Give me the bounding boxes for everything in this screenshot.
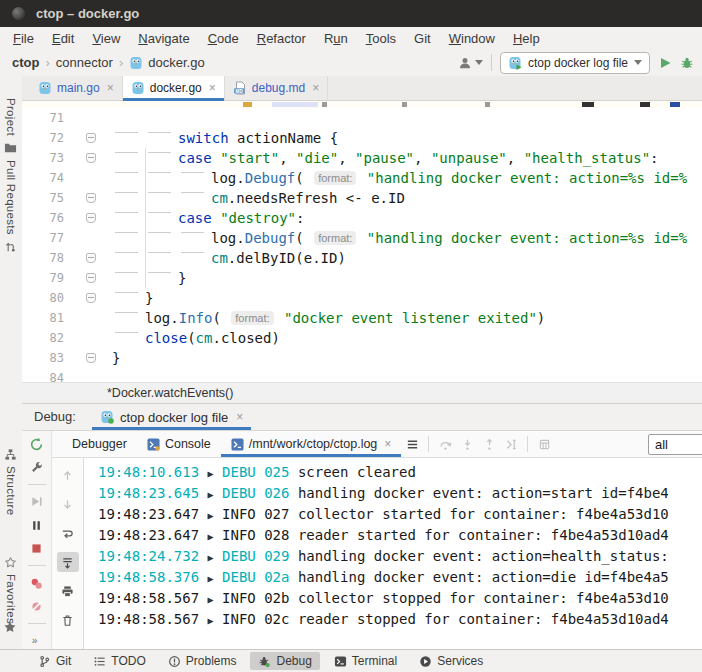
menu-window[interactable]: Window xyxy=(440,29,504,48)
line-number[interactable]: 78 xyxy=(22,248,64,268)
close-icon[interactable]: × xyxy=(209,81,216,95)
code-line-77[interactable]: 77log.Debugf( format: "handling docker e… xyxy=(22,228,702,248)
code-text[interactable]: log.Debugf( format: "handling docker eve… xyxy=(112,228,702,248)
breadcrumb-item-docker-go[interactable]: docker.go xyxy=(129,55,204,70)
more-actions-button[interactable]: » xyxy=(26,633,48,649)
step-into-button[interactable] xyxy=(456,434,478,454)
stop-process-button[interactable] xyxy=(26,540,48,556)
line-number[interactable]: 72 xyxy=(22,128,64,148)
close-icon[interactable]: × xyxy=(107,81,114,95)
code-line-83[interactable]: 83} xyxy=(22,348,702,368)
fold-marker-icon[interactable] xyxy=(86,193,96,203)
code-line-82[interactable]: 82close(cm.closed) xyxy=(22,328,702,348)
close-icon[interactable]: × xyxy=(236,410,243,424)
line-number[interactable]: 75 xyxy=(22,188,64,208)
fold-marker-icon[interactable] xyxy=(86,273,96,283)
line-number[interactable]: 83 xyxy=(22,348,64,368)
close-icon[interactable]: × xyxy=(312,81,319,95)
print-button[interactable] xyxy=(57,581,79,601)
close-icon[interactable]: × xyxy=(384,437,391,451)
code-text[interactable]: log.Info( format: "docker event listener… xyxy=(112,308,702,328)
line-number[interactable]: 77 xyxy=(22,228,64,248)
mute-breakpoints-button[interactable] xyxy=(26,598,48,614)
fold-marker-icon[interactable] xyxy=(86,153,96,163)
code-line-71[interactable]: 71 xyxy=(22,108,702,128)
debug-view-tab--mnt-work-ctop-ctop-log[interactable]: /mnt/work/ctop/ctop.log× xyxy=(221,431,402,457)
tool-stripe-favorites[interactable]: Favorites xyxy=(0,556,21,624)
clear-all-button[interactable] xyxy=(57,610,79,630)
line-number[interactable]: 76 xyxy=(22,208,64,228)
statusbar-item-problems[interactable]: Problems xyxy=(160,652,245,670)
menu-navigate[interactable]: Navigate xyxy=(129,29,198,48)
menu-code[interactable]: Code xyxy=(199,29,248,48)
tool-stripe-structure[interactable]: Structure xyxy=(0,448,21,515)
statusbar-item-terminal[interactable]: Terminal xyxy=(326,652,405,670)
code-text[interactable]: case "start", "die", "pause", "unpause",… xyxy=(112,148,702,168)
next-occurrence-button[interactable] xyxy=(57,494,79,514)
code-line-81[interactable]: 81log.Info( format: "docker event listen… xyxy=(22,308,702,328)
line-number[interactable]: 74 xyxy=(22,168,64,188)
run-to-cursor-button[interactable] xyxy=(500,434,522,454)
breadcrumb-item-ctop[interactable]: ctop xyxy=(12,55,39,70)
code-line-84[interactable]: 84 xyxy=(22,368,702,382)
debug-view-tab-debugger[interactable]: Debugger xyxy=(62,431,137,457)
run-button[interactable] xyxy=(658,56,672,70)
menu-git[interactable]: Git xyxy=(405,29,440,48)
tool-stripe-project[interactable]: Project xyxy=(0,98,21,154)
step-out-button[interactable] xyxy=(478,434,500,454)
soft-wrap-button[interactable] xyxy=(57,523,79,543)
code-line-76[interactable]: 76case "destroy": xyxy=(22,208,702,228)
statusbar-item-git[interactable]: Git xyxy=(30,652,79,670)
vcs-user-button[interactable] xyxy=(458,56,483,70)
line-number[interactable]: 80 xyxy=(22,288,64,308)
menu-edit[interactable]: Edit xyxy=(43,29,83,48)
log-line-02c[interactable]: 19:48:58.567 ▶ INFO 02c reader stopped f… xyxy=(98,609,702,630)
menu-file[interactable]: File xyxy=(4,29,43,48)
breadcrumb-item-connector[interactable]: connector xyxy=(56,55,113,70)
code-text[interactable]: close(cm.closed) xyxy=(112,328,702,348)
menu-refactor[interactable]: Refactor xyxy=(248,29,315,48)
code-text[interactable] xyxy=(112,108,702,128)
log-line-027[interactable]: 19:48:23.647 ▶ INFO 027 collector starte… xyxy=(98,504,702,525)
rerun-debugger-button[interactable] xyxy=(26,436,48,452)
layout-settings-button[interactable] xyxy=(401,434,423,454)
log-line-029[interactable]: 19:48:24.732 ▶ DEBU 029 handling docker … xyxy=(98,546,702,567)
resume-program-button[interactable] xyxy=(26,494,48,510)
code-text[interactable]: case "destroy": xyxy=(112,208,702,228)
line-number[interactable]: 73 xyxy=(22,148,64,168)
scroll-to-end-button[interactable] xyxy=(57,552,79,572)
line-number[interactable]: 71 xyxy=(22,108,64,128)
code-text[interactable]: cm.needsRefresh <- e.ID xyxy=(112,188,702,208)
breadcrumb-context-bar[interactable]: *Docker.watchEvents() xyxy=(22,382,702,404)
prev-occurrence-button[interactable] xyxy=(57,465,79,485)
log-line-02b[interactable]: 19:48:58.567 ▶ INFO 02b collector stoppe… xyxy=(98,588,702,609)
bookmarks-stripe-button[interactable] xyxy=(3,620,17,638)
statusbar-item-todo[interactable]: TODO xyxy=(85,652,153,670)
code-text[interactable]: } xyxy=(112,288,702,308)
fold-marker-icon[interactable] xyxy=(86,353,96,363)
line-number[interactable]: 84 xyxy=(22,368,64,382)
log-line-025[interactable]: 19:48:10.613 ▶ DEBU 025 screen cleared xyxy=(98,462,702,483)
fold-marker-icon[interactable] xyxy=(86,133,96,143)
pause-program-button[interactable] xyxy=(26,517,48,533)
tool-stripe-pull-requests[interactable]: Pull Requests xyxy=(0,160,21,253)
editor-tab-docker.go[interactable]: docker.go× xyxy=(123,76,225,100)
code-line-73[interactable]: 73case "start", "die", "pause", "unpause… xyxy=(22,148,702,168)
console-log-output[interactable]: 19:48:10.613 ▶ DEBU 025 screen cleared19… xyxy=(84,458,702,649)
code-text[interactable]: } xyxy=(112,268,702,288)
code-line-80[interactable]: 80} xyxy=(22,288,702,308)
debug-view-tab-console[interactable]: Console xyxy=(137,431,221,457)
line-number[interactable]: 81 xyxy=(22,308,64,328)
code-line-75[interactable]: 75cm.needsRefresh <- e.ID xyxy=(22,188,702,208)
statusbar-item-services[interactable]: Services xyxy=(411,652,491,670)
settings-button[interactable] xyxy=(26,459,48,475)
editor-tab-debug.md[interactable]: MDdebug.md× xyxy=(225,76,328,100)
menu-help[interactable]: Help xyxy=(504,29,549,48)
menu-view[interactable]: View xyxy=(83,29,129,48)
code-text[interactable] xyxy=(112,368,702,382)
fold-marker-icon[interactable] xyxy=(86,213,96,223)
menu-tools[interactable]: Tools xyxy=(357,29,405,48)
code-line-74[interactable]: 74log.Debugf( format: "handling docker e… xyxy=(22,168,702,188)
run-configuration-select[interactable]: ctop docker log file xyxy=(500,52,650,74)
fold-marker-icon[interactable] xyxy=(86,253,96,263)
